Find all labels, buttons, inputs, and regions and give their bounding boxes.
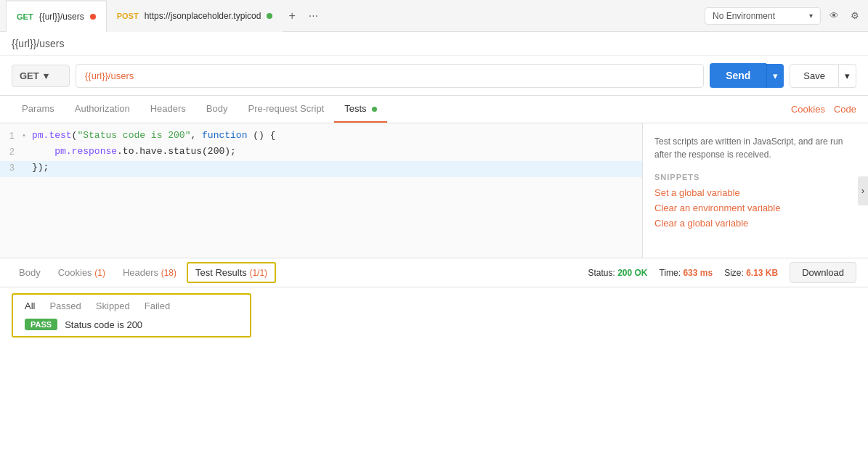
response-tabs: Body Cookies (1) Headers (18) Test Resul… (0, 258, 868, 287)
time-value: 633 ms (683, 268, 713, 278)
size-value: 6.13 KB (746, 268, 778, 278)
tab-get-method: GET (17, 12, 33, 21)
download-button[interactable]: Download (790, 262, 856, 283)
tab-params[interactable]: Params (12, 96, 65, 123)
tab-post[interactable]: POST https://jsonplaceholder.typicod (107, 0, 283, 32)
save-button-group: Save ▾ (790, 64, 856, 88)
send-dropdown-button[interactable]: ▾ (766, 64, 784, 88)
eye-icon[interactable]: 👁 (827, 7, 842, 24)
tab-tests[interactable]: Tests (334, 96, 387, 123)
test-results-content: All Passed Skipped Failed PASS Status co… (0, 287, 868, 343)
url-input[interactable] (76, 64, 704, 88)
environment-select[interactable]: No Environment ▾ (705, 7, 821, 25)
code-editor[interactable]: 1 • pm.test("Status code is 200", functi… (0, 123, 643, 258)
test-results-badge: (1/1) (249, 268, 267, 278)
tab-body[interactable]: Body (196, 96, 238, 123)
snippets-label: SNIPPETS (654, 173, 856, 181)
snippet-clear-env[interactable]: Clear an environment variable (654, 202, 856, 213)
method-chevron-icon: ▾ (44, 70, 49, 81)
request-name-bar: {{url}}/users (0, 32, 868, 56)
resp-tab-cookies[interactable]: Cookies (1) (51, 261, 113, 284)
tab-get-dot (90, 14, 96, 20)
test-results-panel: All Passed Skipped Failed PASS Status co… (12, 293, 251, 338)
code-line-2: 2 pm.response.to.have.status(200); (0, 145, 642, 161)
size-label: Size: 6.13 KB (724, 268, 778, 278)
url-bar: GET ▾ Send ▾ Save ▾ (0, 56, 868, 96)
test-row: PASS Status code is 200 (25, 319, 238, 330)
code-line-3: 3 }); (0, 161, 642, 177)
filter-tab-skipped[interactable]: Skipped (96, 300, 130, 311)
nav-right: Cookies Code (791, 104, 856, 115)
send-button-group: Send ▾ (710, 63, 784, 88)
response-status-bar: Status: 200 OK Time: 633 ms Size: 6.13 K… (588, 262, 856, 283)
main-content: 1 • pm.test("Status code is 200", functi… (0, 123, 868, 258)
snippets-panel: Test scripts are written in JavaScript, … (643, 123, 868, 258)
filter-tab-all[interactable]: All (25, 300, 35, 311)
tab-authorization[interactable]: Authorization (65, 96, 140, 123)
method-select[interactable]: GET ▾ (12, 65, 70, 87)
send-button[interactable]: Send (710, 63, 766, 88)
test-name: Status code is 200 (65, 319, 142, 330)
chevron-down-icon: ▾ (809, 12, 813, 20)
status-value: 200 OK (617, 268, 647, 278)
tab-get-url: {{url}}/users (39, 12, 84, 22)
environment-area: No Environment ▾ 👁 ⚙ (705, 7, 862, 25)
time-label: Time: 633 ms (660, 268, 713, 278)
add-tab-button[interactable]: + (285, 7, 298, 25)
test-filter-tabs: All Passed Skipped Failed (25, 300, 238, 311)
code-line-1: 1 • pm.test("Status code is 200", functi… (0, 129, 642, 145)
save-dropdown-button[interactable]: ▾ (839, 64, 856, 88)
tab-get[interactable]: GET {{url}}/users (6, 0, 107, 32)
tab-post-url: https://jsonplaceholder.typicod (145, 11, 261, 21)
tab-post-dot (267, 13, 272, 19)
resp-tab-body[interactable]: Body (12, 261, 48, 284)
headers-badge: (18) (161, 268, 177, 278)
tab-headers[interactable]: Headers (140, 96, 196, 123)
snippet-clear-global[interactable]: Clear a global variable (654, 218, 856, 229)
request-name: {{url}}/users (12, 38, 64, 49)
resp-tab-test-results[interactable]: Test Results (1/1) (187, 262, 276, 283)
tab-bar: GET {{url}}/users POST https://jsonplace… (0, 0, 868, 32)
cookies-badge: (1) (94, 268, 105, 278)
snippet-set-global[interactable]: Set a global variable (654, 187, 856, 198)
resp-tab-headers[interactable]: Headers (18) (115, 261, 184, 284)
filter-tab-failed[interactable]: Failed (145, 300, 170, 311)
snippets-info: Test scripts are written in JavaScript, … (654, 135, 856, 161)
tab-post-method: POST (117, 12, 139, 20)
gear-icon[interactable]: ⚙ (848, 7, 862, 24)
more-tabs-button[interactable]: ··· (306, 7, 321, 25)
nav-tabs: Params Authorization Headers Body Pre-re… (0, 96, 868, 123)
environment-label: No Environment (713, 11, 775, 21)
save-button[interactable]: Save (790, 64, 839, 88)
tab-actions: + ··· (285, 7, 321, 25)
tests-dot (372, 107, 377, 112)
cookies-link[interactable]: Cookies (791, 104, 825, 115)
tab-pre-request[interactable]: Pre-request Script (238, 96, 334, 123)
filter-tab-passed[interactable]: Passed (49, 300, 81, 311)
status-label: Status: 200 OK (588, 268, 647, 278)
pass-badge: PASS (25, 319, 57, 330)
panel-arrow[interactable]: › (858, 176, 868, 205)
code-link[interactable]: Code (834, 104, 856, 115)
response-area: Body Cookies (1) Headers (18) Test Resul… (0, 258, 868, 343)
method-label: GET (20, 70, 39, 81)
